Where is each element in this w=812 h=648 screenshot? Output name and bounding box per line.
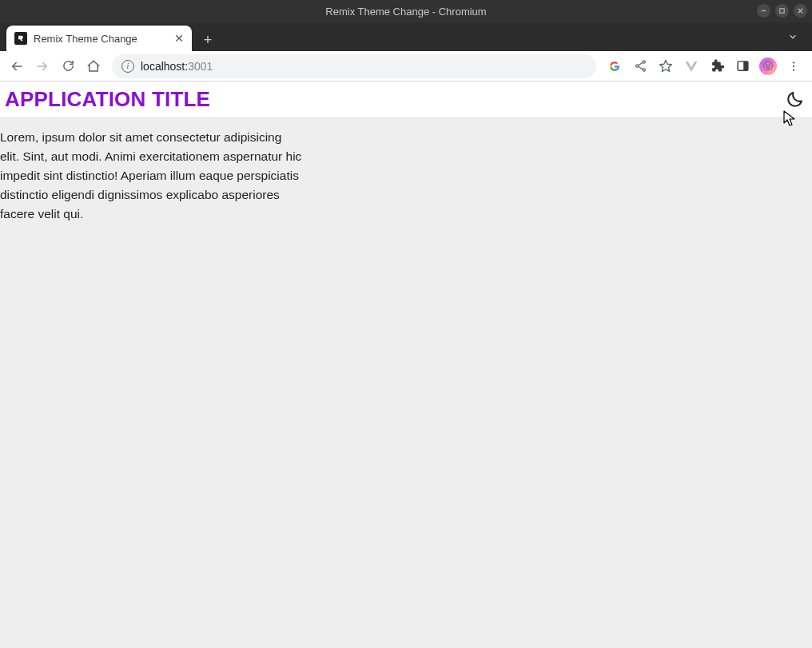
url-text: localhost:3001 [141,60,213,73]
svg-point-6 [643,69,645,71]
app-header: APPLICATION TITLE [0,81,812,118]
url-port: 3001 [188,60,213,73]
svg-point-5 [635,65,638,67]
remix-favicon-icon [14,32,27,45]
window-close-button[interactable] [794,4,807,18]
side-panel-icon[interactable] [730,54,754,78]
page-viewport: APPLICATION TITLE Lorem, ipsum dolor sit… [0,81,812,648]
browser-tab-title: Remix Theme Change [34,33,168,45]
google-indicator-icon[interactable] [603,54,627,78]
window-title: Remix Theme Change - Chromium [325,6,486,18]
svg-rect-10 [743,62,748,70]
new-tab-button[interactable]: + [197,29,219,51]
address-bar[interactable]: i localhost:3001 [112,54,596,78]
url-host: localhost: [141,60,188,73]
browser-toolbar: i localhost:3001 [0,51,812,81]
profile-avatar[interactable]: 😜 [756,54,780,78]
extensions-icon[interactable] [705,54,729,78]
window-minimize-button[interactable] [757,4,770,18]
nav-forward-button[interactable] [30,54,54,78]
reload-button[interactable] [56,54,80,78]
tab-close-icon[interactable]: ✕ [174,32,184,45]
app-title: APPLICATION TITLE [5,87,210,112]
nav-back-button[interactable] [5,54,29,78]
moon-icon [785,90,804,109]
browser-menu-icon[interactable] [782,54,806,78]
body-text: Lorem, ipsum dolor sit amet consectetur … [0,118,304,224]
window-maximize-button[interactable] [775,4,789,18]
vue-extension-icon[interactable] [679,54,703,78]
site-info-icon[interactable]: i [121,60,134,73]
share-icon[interactable] [628,54,652,78]
tab-list-dropdown-icon[interactable] [785,29,801,45]
svg-rect-1 [780,9,784,13]
os-titlebar: Remix Theme Change - Chromium [0,0,812,22]
svg-point-11 [793,62,794,63]
browser-tab-active[interactable]: Remix Theme Change ✕ [6,26,192,51]
svg-line-7 [638,62,643,66]
svg-point-4 [643,61,645,63]
svg-point-13 [793,69,794,70]
bookmark-star-icon[interactable] [654,54,678,78]
svg-line-8 [638,66,643,70]
home-button[interactable] [82,54,105,78]
svg-point-12 [793,65,794,66]
theme-toggle-button[interactable] [785,90,804,109]
browser-tabstrip: Remix Theme Change ✕ + [0,22,812,51]
